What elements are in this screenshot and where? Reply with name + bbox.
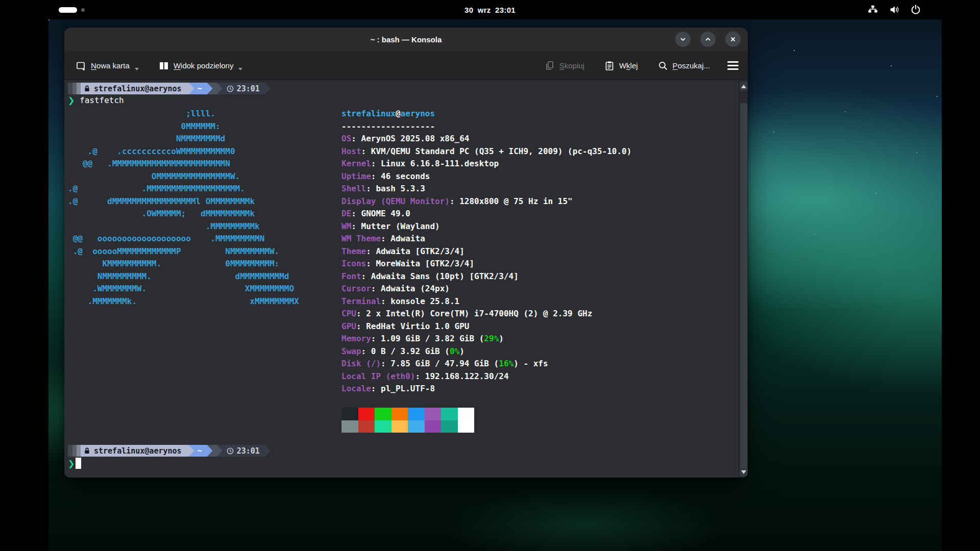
terminal-area[interactable]: strefalinux@aerynos ~ 23:01 ❯ fastfetch …: [64, 81, 748, 478]
scrollbar-thumb[interactable]: [740, 103, 747, 468]
volume-icon: [889, 4, 900, 15]
scroll-up-button[interactable]: [740, 82, 748, 91]
fastfetch-info-line: Kernel: Linux 6.16.8-111.desktop: [341, 158, 631, 170]
prompt-cwd-segment: ~: [194, 83, 207, 94]
palette-swatch: [425, 408, 442, 420]
prompt-time-segment: 23:01: [223, 83, 265, 94]
fastfetch-info-line: OS: AerynOS 2025.08 x86_64: [341, 133, 631, 145]
maximize-button[interactable]: [700, 32, 716, 47]
find-button[interactable]: Poszukaj...: [654, 57, 713, 74]
dropdown-caret-icon[interactable]: [238, 68, 242, 70]
fastfetch-info-line: Shell: bash 5.3.3: [341, 183, 631, 195]
konsole-toolbar: Nowa karta Widok podzielony Skopiuj Wkle…: [64, 52, 748, 80]
terminal-color-palette: [341, 408, 474, 433]
palette-swatch: [391, 420, 408, 433]
fastfetch-info-line: Host: KVM/QEMU Standard PC (Q35 + ICH9, …: [341, 145, 631, 158]
fastfetch-info-line: Cursor: Adwaita (24px): [341, 283, 631, 295]
arrow-up-icon: [741, 85, 746, 88]
fastfetch-info-line: WM Theme: Adwaita: [341, 233, 631, 245]
palette-swatch: [441, 420, 458, 433]
konsole-window: ~ : bash — Konsola Nowa karta: [64, 28, 748, 478]
dropdown-caret-icon[interactable]: [135, 68, 139, 70]
text-cursor: [76, 458, 81, 469]
window-title: ~ : bash — Konsola: [64, 28, 748, 51]
terminal-scrollbar[interactable]: [739, 81, 748, 478]
fastfetch-info-line: Uptime: 46 seconds: [341, 170, 631, 183]
palette-swatch: [458, 408, 475, 420]
palette-swatch: [408, 420, 425, 433]
new-tab-button[interactable]: Nowa karta: [72, 57, 142, 74]
prompt-user-segment: strefalinux@aerynos: [81, 445, 189, 457]
palette-swatch: [458, 420, 475, 433]
find-label: Poszukaj...: [673, 61, 710, 70]
fastfetch-info-line: Local IP (eth0): 192.168.122.30/24: [341, 370, 631, 383]
command-line: ❯ fastfetch: [68, 95, 124, 105]
menu-button[interactable]: [726, 58, 740, 73]
new-tab-label: Nowa karta: [91, 61, 130, 70]
prompt-line: strefalinux@aerynos ~ 23:01: [68, 83, 271, 94]
fastfetch-info-line: Font: Adwaita Sans (10pt) [GTK2/3/4]: [341, 270, 631, 283]
palette-swatch: [375, 408, 391, 420]
fastfetch-info-line: Terminal: konsole 25.8.1: [341, 295, 631, 308]
copy-button[interactable]: Skopiuj: [541, 57, 587, 74]
ascii-logo: ;llll. 0MMMMMM: NMMMMMMMMd .@ .ccccccccc…: [68, 108, 299, 308]
palette-swatch: [341, 420, 358, 433]
copy-icon: [544, 60, 555, 71]
fastfetch-info: strefalinux@aerynos ------------------- …: [341, 108, 631, 395]
topbar-clock[interactable]: 30 wrz 23:01: [0, 0, 980, 19]
lock-icon: [84, 447, 90, 455]
fastfetch-info-line: Memory: 1.09 GiB / 3.82 GiB (29%): [341, 333, 631, 345]
copy-label: Skopiuj: [559, 61, 584, 70]
paste-icon: [604, 60, 615, 71]
fastfetch-info-line: WM: Mutter (Wayland): [341, 220, 631, 233]
close-icon: [729, 35, 737, 43]
prompt-line: strefalinux@aerynos ~ 23:01: [68, 445, 271, 457]
network-icon: [867, 4, 878, 15]
palette-swatch: [341, 408, 358, 420]
scroll-down-button[interactable]: [740, 467, 748, 477]
fastfetch-title: strefalinux@aerynos: [341, 108, 631, 120]
window-titlebar[interactable]: ~ : bash — Konsola: [64, 28, 748, 51]
palette-swatch: [441, 408, 458, 420]
fastfetch-info-line: DE: GNOME 49.0: [341, 208, 631, 220]
stars-decoration: [48, 19, 50, 20]
chevron-up-icon: [704, 35, 712, 43]
arrow-down-icon: [741, 470, 746, 474]
new-tab-icon: [76, 60, 87, 71]
chevron-down-icon: [679, 35, 687, 43]
paste-button[interactable]: Wklej: [601, 57, 641, 74]
fastfetch-info-line: Locale: pl_PL.UTF-8: [341, 383, 631, 395]
fastfetch-info-line: CPU: 2 x Intel(R) Core(TM) i7-4700HQ (2)…: [341, 308, 631, 320]
prompt-time-segment: 23:01: [223, 445, 265, 457]
power-icon: [910, 4, 921, 15]
desktop: 30 wrz 23:01 ~ : bash — Konsola: [0, 0, 980, 551]
fastfetch-info-line: GPU: RedHat Virtio 1.0 GPU: [341, 320, 631, 333]
split-view-label: Widok podzielony: [174, 61, 234, 70]
split-view-button[interactable]: Widok podzielony: [155, 57, 246, 74]
fastfetch-info-line: Swap: 0 B / 3.92 GiB (0%): [341, 345, 631, 358]
palette-swatch: [358, 420, 375, 433]
palette-swatch: [375, 420, 391, 433]
system-status-area[interactable]: [867, 0, 921, 19]
fastfetch-info-line: Disk (/): 7.85 GiB / 47.94 GiB (16%) - x…: [341, 358, 631, 370]
minimize-button[interactable]: [675, 32, 691, 47]
split-view-icon: [158, 60, 169, 71]
prompt-user-segment: strefalinux@aerynos: [81, 83, 189, 94]
clock-icon: [227, 447, 234, 455]
prompt-cwd-segment: ~: [194, 445, 207, 457]
palette-swatch: [425, 420, 442, 433]
close-button[interactable]: [725, 32, 741, 47]
search-icon: [657, 60, 669, 71]
paste-label: Wklej: [619, 61, 638, 70]
fastfetch-separator: -------------------: [341, 120, 631, 133]
palette-row-bright: [341, 420, 474, 433]
palette-swatch: [408, 408, 425, 420]
lock-icon: [84, 85, 90, 92]
fastfetch-info-line: Theme: Adwaita [GTK2/3/4]: [341, 245, 631, 258]
palette-row-normal: [341, 408, 474, 420]
clock-icon: [227, 85, 234, 92]
fastfetch-info-line: Display (QEMU Monitor): 1280x800 @ 75 Hz…: [341, 195, 631, 208]
palette-swatch: [391, 408, 408, 420]
input-line[interactable]: ❯: [68, 458, 81, 469]
fastfetch-info-line: Icons: MoreWaita [GTK2/3/4]: [341, 258, 631, 270]
